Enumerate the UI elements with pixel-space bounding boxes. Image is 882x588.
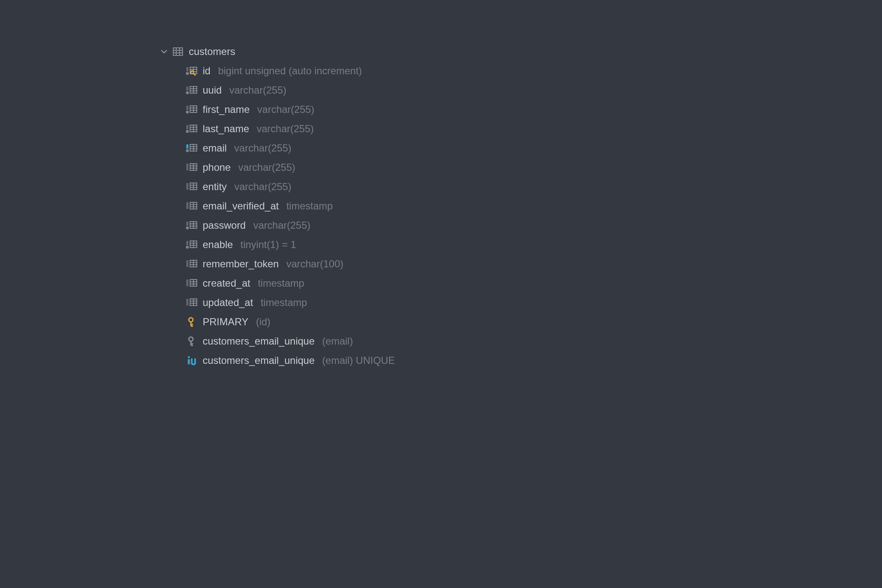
- tree-item-index[interactable]: customers_email_unique(email) UNIQUE: [159, 351, 882, 370]
- tree-item-column[interactable]: enabletinyint(1) = 1: [159, 235, 882, 254]
- chevron-down-icon[interactable]: [159, 47, 169, 56]
- table-icon: [172, 47, 184, 57]
- tree-item-column[interactable]: idbigint unsigned (auto increment): [159, 61, 882, 81]
- tree-container: customers idbigint unsigned (auto increm…: [0, 0, 882, 370]
- index-name: customers_email_unique: [203, 335, 315, 347]
- tree-item-column[interactable]: last_namevarchar(255): [159, 119, 882, 139]
- column-name: entity: [203, 181, 227, 193]
- column-index-icon: [186, 143, 198, 153]
- column-icon: [186, 259, 198, 269]
- column-icon: [186, 182, 198, 192]
- column-pk-icon: [186, 66, 198, 76]
- column-name: password: [203, 220, 246, 231]
- column-icon: [186, 298, 198, 308]
- tree-item-column[interactable]: entityvarchar(255): [159, 177, 882, 196]
- index-detail: (email): [322, 335, 353, 347]
- index-detail: (id): [256, 316, 271, 328]
- column-icon: [186, 278, 198, 288]
- tree-item-column[interactable]: uuidvarchar(255): [159, 81, 882, 100]
- column-type: varchar(255): [234, 142, 291, 154]
- tree-item-column[interactable]: passwordvarchar(255): [159, 216, 882, 235]
- column-type: varchar(255): [234, 181, 291, 193]
- column-type: bigint unsigned (auto increment): [218, 65, 362, 77]
- column-type: varchar(255): [253, 220, 311, 231]
- key-gold-icon: [186, 317, 198, 327]
- index-name: customers_email_unique: [203, 355, 315, 366]
- column-type: varchar(255): [257, 104, 314, 115]
- iu-blue-icon: [186, 355, 198, 366]
- tree-item-table[interactable]: customers: [159, 42, 882, 61]
- column-name: email_verified_at: [203, 200, 279, 212]
- column-dot-icon: [186, 105, 198, 115]
- tree-item-index[interactable]: customers_email_unique(email): [159, 332, 882, 351]
- column-name: phone: [203, 162, 231, 173]
- key-grey-icon: [186, 336, 198, 346]
- column-icon: [186, 162, 198, 172]
- column-name: id: [203, 65, 211, 77]
- column-type: timestamp: [286, 200, 333, 212]
- column-type: varchar(100): [286, 258, 343, 270]
- column-name: uuid: [203, 84, 222, 96]
- column-name: created_at: [203, 277, 250, 289]
- column-dot-icon: [186, 124, 198, 134]
- index-detail: (email) UNIQUE: [322, 355, 395, 366]
- tree-item-column[interactable]: created_attimestamp: [159, 274, 882, 293]
- column-name: enable: [203, 239, 233, 251]
- tree-item-column[interactable]: updated_attimestamp: [159, 293, 882, 312]
- column-type: timestamp: [261, 297, 307, 308]
- tree-item-column[interactable]: email_verified_attimestamp: [159, 196, 882, 216]
- column-name: remember_token: [203, 258, 279, 270]
- column-dot-icon: [186, 85, 198, 95]
- index-name: PRIMARY: [203, 316, 248, 328]
- tree-item-index[interactable]: PRIMARY(id): [159, 312, 882, 332]
- tree-item-column[interactable]: remember_tokenvarchar(100): [159, 254, 882, 274]
- column-name: last_name: [203, 123, 249, 135]
- column-type: timestamp: [258, 277, 304, 289]
- column-dot-icon: [186, 240, 198, 250]
- tree-item-column[interactable]: phonevarchar(255): [159, 158, 882, 177]
- column-type: varchar(255): [257, 123, 314, 135]
- tree-item-column[interactable]: first_namevarchar(255): [159, 100, 882, 119]
- column-type: varchar(255): [229, 84, 286, 96]
- column-dot-icon: [186, 220, 198, 230]
- column-name: email: [203, 142, 227, 154]
- column-type: varchar(255): [238, 162, 295, 173]
- column-name: updated_at: [203, 297, 253, 308]
- column-name: first_name: [203, 104, 250, 115]
- table-name: customers: [189, 46, 235, 57]
- tree-item-column[interactable]: emailvarchar(255): [159, 139, 882, 158]
- column-icon: [186, 201, 198, 211]
- column-type: tinyint(1) = 1: [240, 239, 296, 251]
